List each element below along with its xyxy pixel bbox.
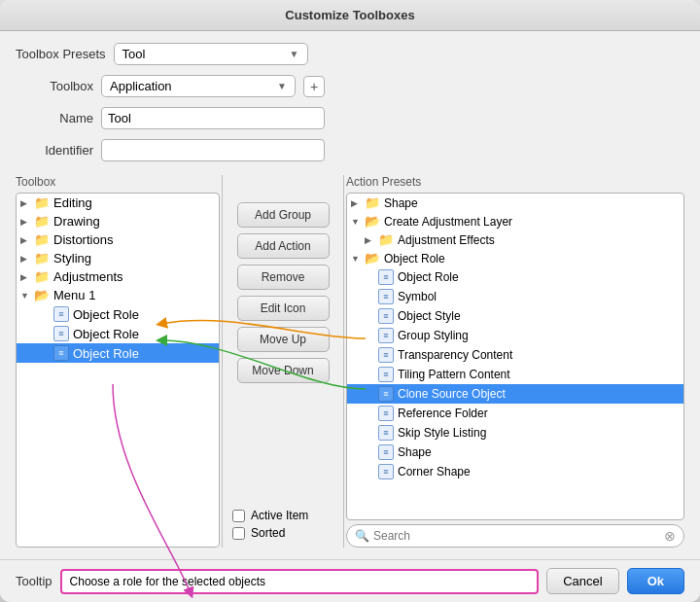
move-up-button[interactable]: Move Up [237, 327, 330, 352]
identifier-label: Identifier [16, 143, 93, 158]
tooltip-label: Tooltip [16, 574, 52, 588]
presets-value: Tool [122, 47, 146, 61]
tree-item-distortions[interactable]: ▶ 📁 Distortions [17, 230, 219, 249]
folder-icon: 📁 [34, 214, 50, 229]
search-icon: 🔍 [355, 529, 369, 543]
search-bar[interactable]: 🔍 ⊗ [346, 524, 684, 548]
folder-icon: 📁 [365, 195, 380, 210]
right-tree-transparency[interactable]: ≡ Transparency Content [347, 345, 683, 365]
item-icon: ≡ [378, 269, 394, 285]
tree-item-drawing[interactable]: ▶ 📁 Drawing [17, 212, 219, 230]
right-tree-clone-source[interactable]: ≡ Clone Source Object [347, 384, 683, 404]
toolbox-arrow-icon: ▼ [277, 81, 287, 91]
add-action-button[interactable]: Add Action [237, 233, 330, 259]
right-tree-label: Shape [384, 196, 418, 210]
right-tree-label: Group Styling [398, 329, 469, 342]
dialog-content: Toolbox Presets Tool ▼ Toolbox Applicati… [0, 31, 700, 559]
right-tree-obj-role-i[interactable]: ≡ Object Role [347, 267, 683, 287]
move-down-button[interactable]: Move Down [237, 358, 330, 383]
right-tree-label: Create Adjustment Layer [384, 215, 512, 229]
sorted-checkbox[interactable] [232, 527, 245, 540]
chevron-down-icon: ▼ [351, 217, 365, 227]
identifier-input[interactable] [101, 139, 325, 161]
search-input[interactable] [373, 529, 660, 543]
right-tree-tiling[interactable]: ≡ Tiling Pattern Content [347, 365, 683, 384]
tree-item-menu1[interactable]: ▼ 📂 Menu 1 [17, 286, 219, 304]
tree-item-editing[interactable]: ▶ 📁 Editing [17, 194, 219, 212]
tree-item-adjustments[interactable]: ▶ 📁 Adjustments [17, 267, 219, 286]
tree-item-label: Adjustments [53, 269, 123, 284]
chevron-down-icon: ▼ [20, 291, 34, 301]
action-presets-panel: Action Presets ▶ 📁 Shape ▼ 📂 Create Adju… [346, 175, 684, 548]
item-icon: ≡ [378, 386, 394, 402]
item-icon: ≡ [378, 444, 394, 460]
tree-item-obj-role-2[interactable]: ≡ Object Role [17, 324, 219, 343]
tree-item-label: Drawing [53, 214, 100, 229]
presets-arrow-icon: ▼ [290, 49, 299, 59]
item-icon: ≡ [378, 289, 394, 304]
right-tree-group-styling[interactable]: ≡ Group Styling [347, 326, 683, 345]
right-tree-label: Symbol [398, 290, 437, 303]
cancel-button[interactable]: Cancel [546, 568, 618, 594]
item-icon: ≡ [378, 308, 394, 324]
toolbox-panel-label: Toolbox [16, 175, 220, 189]
tooltip-input[interactable] [60, 569, 540, 594]
folder-icon: 📁 [34, 251, 50, 266]
add-toolbox-button[interactable]: + [303, 76, 325, 97]
clear-search-button[interactable]: ⊗ [664, 528, 676, 544]
edit-icon-button[interactable]: Edit Icon [237, 296, 330, 321]
sorted-row: Sorted [232, 526, 285, 540]
right-tree-shape[interactable]: ▶ 📁 Shape [347, 194, 683, 212]
ok-button[interactable]: Ok [627, 568, 684, 594]
tree-item-styling[interactable]: ▶ 📁 Styling [17, 249, 219, 267]
dialog-title: Customize Toolboxes [285, 8, 414, 22]
name-input[interactable] [101, 107, 325, 129]
tree-item-label: Object Role [73, 307, 139, 322]
tree-item-label: Styling [53, 251, 91, 266]
right-tree-obj-role-g[interactable]: ▼ 📂 Object Role [347, 249, 683, 267]
item-icon: ≡ [378, 328, 394, 343]
toolbox-tree[interactable]: ▶ 📁 Editing ▶ 📁 Drawing ▶ 📁 Distort [16, 193, 220, 548]
right-tree-label: Transparency Content [398, 348, 512, 362]
item-icon: ≡ [378, 425, 394, 441]
right-tree-reference[interactable]: ≡ Reference Folder [347, 404, 683, 423]
add-group-button[interactable]: Add Group [237, 202, 330, 228]
checkboxes-area: Active Item Sorted [225, 509, 341, 548]
presets-label: Toolbox Presets [16, 47, 106, 61]
right-tree-adj-effects[interactable]: ▶ 📁 Adjustment Effects [347, 230, 683, 249]
tree-item-label: Object Role [73, 346, 139, 361]
divider [222, 175, 223, 548]
right-tree-create-adj[interactable]: ▼ 📂 Create Adjustment Layer [347, 212, 683, 230]
right-tree-label: Object Role [384, 252, 445, 266]
action-presets-tree[interactable]: ▶ 📁 Shape ▼ 📂 Create Adjustment Layer ▶ … [346, 193, 684, 520]
chevron-right-icon: ▶ [20, 217, 34, 227]
customize-toolboxes-dialog: Customize Toolboxes Toolbox Presets Tool… [0, 0, 700, 602]
folder-open-icon: 📂 [365, 214, 380, 229]
toolbox-row: Toolbox Application ▼ + [16, 75, 684, 97]
tree-item-label: Object Role [73, 327, 139, 341]
tree-item-obj-role-1[interactable]: ≡ Object Role [17, 304, 219, 324]
right-tree-label: Reference Folder [398, 407, 488, 420]
right-tree-object-style[interactable]: ≡ Object Style [347, 306, 683, 326]
item-icon: ≡ [378, 347, 394, 363]
right-tree-corner-shape[interactable]: ≡ Corner Shape [347, 462, 683, 481]
active-item-checkbox[interactable] [232, 510, 245, 522]
chevron-right-icon: ▶ [20, 198, 34, 208]
folder-icon: 📁 [34, 195, 50, 210]
bottom-bar: Tooltip Cancel Ok [0, 559, 700, 602]
item-icon: ≡ [378, 367, 394, 382]
right-tree-skip-style[interactable]: ≡ Skip Style Listing [347, 423, 683, 443]
right-tree-label: Tiling Pattern Content [398, 368, 510, 381]
right-tree-symbol[interactable]: ≡ Symbol [347, 287, 683, 306]
presets-dropdown[interactable]: Tool ▼ [114, 43, 308, 65]
item-icon: ≡ [53, 326, 69, 341]
folder-open-icon: 📂 [34, 288, 50, 302]
tree-item-label: Distortions [53, 232, 113, 247]
chevron-down-icon: ▼ [351, 254, 365, 264]
folder-icon: 📁 [378, 232, 394, 247]
item-icon: ≡ [53, 345, 69, 361]
remove-button[interactable]: Remove [237, 265, 330, 290]
right-tree-shape2[interactable]: ≡ Shape [347, 443, 683, 462]
toolbox-dropdown[interactable]: Application ▼ [101, 75, 296, 97]
tree-item-obj-role-3[interactable]: ≡ Object Role [17, 343, 219, 363]
